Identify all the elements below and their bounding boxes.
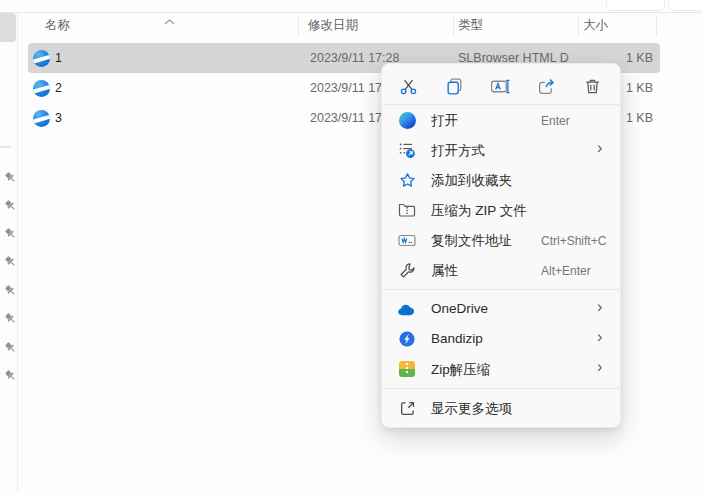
column-divider[interactable] [298, 17, 299, 36]
quick-actions-row [382, 68, 620, 104]
column-divider[interactable] [578, 17, 579, 36]
menu-item-open-with[interactable]: 打开方式 › [382, 135, 620, 165]
share-icon [537, 77, 556, 96]
slbrowser-file-icon [33, 50, 50, 67]
pushpin-icon [4, 369, 17, 382]
zip-folder-icon [398, 201, 416, 219]
slbrowser-file-icon [33, 80, 50, 97]
nav-pinned-item[interactable] [3, 226, 17, 240]
menu-item-copy-file-path[interactable]: 复制文件地址 Ctrl+Shift+C [382, 225, 620, 255]
column-header-date-modified[interactable]: 修改日期 [308, 17, 358, 34]
menu-item-bandizip[interactable]: Bandizip › [382, 324, 620, 354]
share-button[interactable] [530, 71, 562, 101]
pushpin-icon [4, 255, 17, 268]
column-divider[interactable] [453, 17, 454, 36]
slbrowser-file-icon [33, 110, 50, 127]
star-icon [398, 171, 416, 189]
toolbar-bottom-divider [0, 12, 702, 13]
pushpin-icon [4, 312, 17, 325]
column-header-name[interactable]: 名称 [45, 17, 70, 34]
submenu-chevron-icon: › [597, 298, 602, 316]
show-more-options-icon [398, 399, 416, 417]
pushpin-icon [4, 227, 17, 240]
context-menu: 打开 Enter 打开方式 › 添加到收藏夹 压缩为 ZIP 文件 复制文件地址… [381, 63, 621, 428]
cut-button[interactable] [392, 71, 424, 101]
column-divider[interactable] [656, 17, 657, 36]
wrench-icon [398, 261, 416, 279]
file-name: 3 [55, 111, 62, 125]
nav-pinned-item[interactable] [3, 311, 17, 325]
navigation-pane-divider [17, 13, 18, 493]
submenu-chevron-icon: › [597, 139, 602, 157]
file-date-modified: 2023/9/11 17 [310, 111, 382, 125]
file-name: 2 [55, 81, 62, 95]
onedrive-cloud-icon [398, 300, 416, 318]
edge-browser-icon [398, 111, 416, 129]
top-right-panel-edge [668, 0, 702, 11]
bandizip-icon [398, 330, 416, 348]
scissors-icon [399, 77, 418, 96]
zip-utility-icon [398, 360, 416, 378]
copy-button[interactable] [438, 71, 470, 101]
nav-pinned-item[interactable] [3, 283, 17, 297]
copy-icon [445, 77, 464, 96]
column-header-size[interactable]: 大小 [583, 17, 608, 34]
top-right-panel-edge [606, 0, 665, 11]
shortcut-label: Alt+Enter [541, 264, 591, 278]
open-with-icon [398, 141, 416, 159]
sort-ascending-icon[interactable] [164, 11, 175, 29]
column-header-type[interactable]: 类型 [458, 17, 483, 34]
nav-selected-item[interactable] [0, 13, 16, 42]
menu-item-compress-to-zip[interactable]: 压缩为 ZIP 文件 [382, 195, 620, 225]
shortcut-label: Ctrl+Shift+C [541, 234, 606, 248]
file-name: 1 [55, 51, 62, 65]
submenu-chevron-icon: › [597, 358, 602, 376]
submenu-chevron-icon: › [597, 328, 602, 346]
copy-path-icon [398, 231, 416, 249]
nav-pinned-item[interactable] [3, 170, 17, 184]
shortcut-label: Enter [541, 114, 570, 128]
menu-separator [383, 388, 619, 389]
file-explorer-window: { "file_list": { "columns": [ { "label":… [0, 0, 702, 493]
pushpin-icon [4, 341, 17, 354]
nav-pane-dash [0, 146, 11, 148]
menu-item-zip-extract[interactable]: Zip解压缩 › [382, 354, 620, 384]
pushpin-icon [4, 199, 17, 212]
menu-item-properties[interactable]: 属性 Alt+Enter [382, 255, 620, 285]
nav-pinned-item[interactable] [3, 198, 17, 212]
nav-pinned-item[interactable] [3, 254, 17, 268]
nav-pinned-item[interactable] [3, 340, 17, 354]
rename-button[interactable] [484, 71, 516, 101]
menu-item-add-to-favorites[interactable]: 添加到收藏夹 [382, 165, 620, 195]
file-date-modified: 2023/9/11 17 [310, 81, 382, 95]
delete-button[interactable] [576, 71, 608, 101]
rename-icon [490, 77, 511, 96]
menu-item-show-more-options[interactable]: 显示更多选项 [382, 393, 620, 423]
menu-separator [383, 289, 619, 290]
nav-pinned-item[interactable] [3, 368, 17, 382]
pushpin-icon [4, 171, 17, 184]
menu-item-onedrive[interactable]: OneDrive › [382, 294, 620, 324]
trash-icon [583, 77, 602, 96]
pushpin-icon [4, 284, 17, 297]
menu-item-open[interactable]: 打开 Enter [382, 105, 620, 135]
